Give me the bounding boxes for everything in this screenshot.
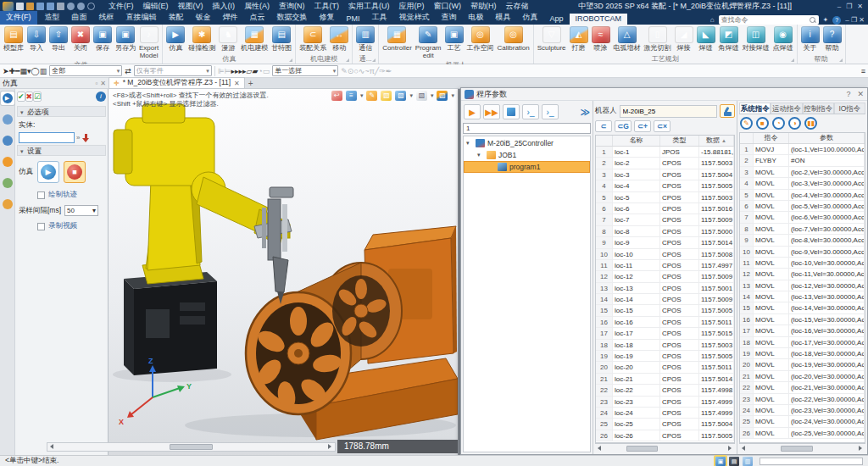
package-icon[interactable] bbox=[1, 155, 14, 169]
ribbon-button-import[interactable]: ⇩导入 bbox=[25, 25, 47, 53]
ribbon-tab-装配[interactable]: 装配 bbox=[163, 11, 190, 25]
ribbon-button-export-model[interactable]: ♪Export Model bbox=[137, 25, 160, 60]
redo-icon[interactable] bbox=[77, 3, 85, 10]
ribbon-tab-视觉样式[interactable]: 视觉样式 bbox=[393, 11, 436, 25]
table-row[interactable]: 17MOVL(loc-16,Vel=30.00000,Acc=40. bbox=[740, 325, 865, 336]
ribbon-button-help[interactable]: ?帮助 bbox=[821, 25, 843, 53]
ribbon-button-butt-weld[interactable]: ◫对接焊缝 bbox=[741, 25, 771, 53]
viewport-horizontal-scrollbar[interactable] bbox=[47, 442, 336, 452]
sample-interval-combo[interactable]: 50 ▾ bbox=[64, 205, 98, 216]
ribbon-button-export[interactable]: ⇧导出 bbox=[47, 25, 70, 53]
undo-icon[interactable] bbox=[67, 3, 75, 10]
doc-window-controls[interactable]: – ❐ ✕ bbox=[845, 16, 865, 24]
align-1-icon[interactable]: ⊫ bbox=[218, 67, 225, 75]
restore-icon[interactable]: ❐ bbox=[846, 3, 852, 10]
column-header[interactable]: 类型 bbox=[660, 136, 699, 146]
dialog-help-icon[interactable]: ? bbox=[846, 90, 850, 98]
user-icon[interactable] bbox=[1, 197, 14, 211]
status-input[interactable] bbox=[760, 458, 863, 465]
robot-name-input[interactable] bbox=[620, 105, 718, 118]
chevron-down-icon[interactable]: ▾ bbox=[360, 92, 364, 99]
frame-icon[interactable]: ▭ bbox=[263, 67, 270, 75]
column-header[interactable]: 数据▲ bbox=[699, 136, 734, 146]
robot-arm[interactable] bbox=[114, 104, 290, 284]
ribbon-button-spot-weld[interactable]: ◉点焊缝 bbox=[771, 25, 795, 53]
table-row[interactable]: 6loc-6CPOS1157.5016 bbox=[596, 203, 734, 214]
table-row[interactable]: 7loc-7CPOS1157.5009 bbox=[596, 214, 734, 225]
tree-item-M-20iB_25Controller[interactable]: ▾M-20iB_25Controller bbox=[464, 137, 590, 149]
table-row[interactable]: 22MOVL(loc-21,Vel=30.00000,Acc=40. bbox=[740, 382, 865, 393]
tab-IO指令[interactable]: IO指令 bbox=[834, 103, 865, 114]
chevron-down-icon[interactable]: ▾ bbox=[431, 92, 434, 99]
line-number-input[interactable]: 1 bbox=[463, 123, 591, 134]
viewport-3d[interactable]: <F8>或者<Shift+roll> 查找下一个有效的过滤器设置. <Shift… bbox=[108, 89, 458, 455]
table-row[interactable]: 5MOVL(loc-4,Vel=30.00000,Acc=40.0 bbox=[740, 190, 865, 201]
ribbon-button-calibration[interactable]: ◎Calibration bbox=[496, 25, 531, 53]
dialog-titlebar[interactable]: 程序参数 ? ✕ bbox=[461, 88, 867, 101]
expand-icon[interactable]: ≫ bbox=[580, 107, 590, 118]
save2-icon[interactable] bbox=[47, 3, 54, 10]
close-panel-icon[interactable]: ✕ bbox=[100, 80, 106, 87]
table-row[interactable]: 13loc-13CPOS1157.5001 bbox=[596, 283, 734, 294]
scroll-right-icon[interactable] bbox=[856, 445, 865, 452]
cube-shaded-icon[interactable]: ▧ bbox=[395, 91, 406, 101]
table-row[interactable]: 11loc-11CPOS1157.4997 bbox=[596, 260, 734, 271]
ribbon-tab-修复[interactable]: 修复 bbox=[314, 11, 341, 25]
ribbon-button-weld-seam[interactable]: ◣焊缝 bbox=[695, 25, 717, 53]
table-row[interactable]: 16loc-16CPOS1157.5011 bbox=[596, 317, 734, 328]
settings-section-bar[interactable]: ▾ 设置 bbox=[17, 145, 106, 156]
table-row[interactable]: 24loc-24CPOS1157.4999 bbox=[596, 408, 734, 419]
table-row[interactable]: 9MOVL(loc-8,Vel=30.00000,Acc=40.0 bbox=[740, 235, 865, 246]
command-search[interactable] bbox=[719, 15, 819, 25]
table-row[interactable]: 8MOVL(loc-7,Vel=30.00000,Acc=40.0 bbox=[740, 224, 865, 235]
table-row[interactable]: 8loc-8CPOS1157.5000 bbox=[596, 226, 734, 237]
draw-track-checkbox[interactable] bbox=[37, 191, 45, 199]
table-row[interactable]: 23MOVL(loc-22,Vel=30.00000,Acc=40. bbox=[740, 394, 865, 405]
pin-icon[interactable]: ⌂ bbox=[710, 16, 715, 24]
table-row[interactable]: 16MOVL(loc-15,Vel=30.00000,Acc=40. bbox=[740, 314, 865, 325]
select-cursor-icon[interactable]: ➤ bbox=[3, 67, 9, 75]
table-row[interactable]: 10MOVL(loc-9,Vel=30.00000,Acc=40.0 bbox=[740, 247, 865, 258]
locations-hscrollbar[interactable] bbox=[595, 443, 735, 452]
ribbon-tab-电极[interactable]: 电极 bbox=[463, 11, 490, 25]
table-row[interactable]: 3MOVL(loc-2,Vel=30.00000,Acc=40.0 bbox=[740, 167, 865, 178]
table-row[interactable]: 2loc-2CPOS1157.5003 bbox=[596, 158, 734, 169]
table-row[interactable]: 25loc-25CPOS1157.5004 bbox=[596, 419, 734, 430]
display-mode-icon[interactable]: ▤ bbox=[729, 457, 739, 466]
expander-icon[interactable]: ▾ bbox=[466, 140, 473, 147]
doc-window-icon[interactable]: – bbox=[845, 16, 851, 24]
loop-console-button[interactable]: ›_ bbox=[542, 104, 559, 119]
pause-command-icon[interactable]: ▮▮ bbox=[804, 117, 817, 130]
table-row[interactable]: 26MOVL(loc-25,Vel=30.00000,Acc=40. bbox=[740, 428, 865, 439]
ribbon-tab-App[interactable]: App bbox=[544, 14, 570, 25]
close-icon[interactable]: ✕ bbox=[857, 3, 863, 10]
new-icon[interactable] bbox=[16, 3, 24, 10]
confirm-button[interactable]: ✔ bbox=[17, 92, 25, 102]
ribbon-button-assembly-relation[interactable]: ⊂装配关系 bbox=[298, 25, 328, 53]
table-row[interactable]: 11MOVL(loc-10,Vel=30.00000,Acc=40. bbox=[740, 258, 865, 269]
cube-yellow-icon[interactable]: ▧ bbox=[381, 91, 392, 101]
swap-filter-icon[interactable]: ⇄ bbox=[125, 67, 131, 75]
timer-command-icon[interactable]: ◔ bbox=[772, 117, 785, 130]
scene-image-icon[interactable] bbox=[1, 176, 14, 190]
ribbon-button-save[interactable]: ▣保存 bbox=[92, 25, 114, 53]
scroll-track[interactable] bbox=[57, 443, 326, 451]
table-row[interactable]: 6MOVL(loc-5,Vel=30.00000,Acc=40.0 bbox=[740, 201, 865, 212]
table-row[interactable]: 5loc-5CPOS1157.5003 bbox=[596, 192, 734, 203]
dock-icon[interactable]: ▫ bbox=[95, 80, 97, 87]
simulation-icon[interactable]: ▶ bbox=[1, 92, 14, 105]
ribbon-button-simulate[interactable]: ▶仿真 bbox=[164, 25, 186, 53]
ribbon-tab-仿真[interactable]: 仿真 bbox=[517, 11, 544, 25]
robot-pedestal[interactable] bbox=[124, 272, 217, 375]
robot-teach-icon[interactable] bbox=[1, 113, 14, 126]
table-row[interactable]: 20loc-20CPOS1157.5011 bbox=[596, 362, 734, 373]
ribbon-tab-IROBOTCAM[interactable]: IROBOTCAM bbox=[570, 14, 628, 25]
table-row[interactable]: 4loc-4CPOS1157.5005 bbox=[596, 180, 734, 191]
ribbon-tab-数据交换[interactable]: 数据交换 bbox=[271, 11, 314, 25]
ribbon-button-communication[interactable]: ▥通信 bbox=[354, 25, 376, 53]
table-row[interactable]: 4MOVL(loc-3,Vel=30.00000,Acc=40.0 bbox=[740, 178, 865, 189]
tab-系统指令[interactable]: 系统指令 bbox=[739, 103, 771, 114]
table-row[interactable]: 17loc-17CPOS1157.5015 bbox=[596, 328, 734, 339]
refresh-icon[interactable] bbox=[87, 3, 95, 10]
document-tab[interactable]: ✛ * M_20iB变位机焊管程序.Z3 - [11] ✕ bbox=[108, 77, 245, 88]
